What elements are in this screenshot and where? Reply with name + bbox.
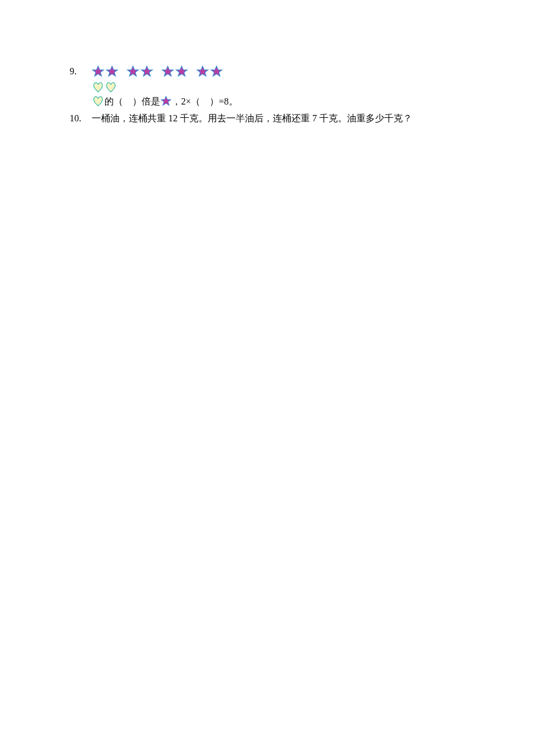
- star-icon: [210, 65, 223, 78]
- star-icon: [160, 95, 172, 107]
- question-9-fill-line: 的（ ）倍是 ，2×（ ）=8。: [92, 94, 476, 109]
- svg-marker-1: [106, 66, 117, 76]
- question-9-row: 9.: [70, 64, 476, 79]
- star-icon: [127, 65, 139, 78]
- svg-marker-4: [162, 66, 173, 76]
- heart-icon: [92, 81, 104, 93]
- star-group: [92, 65, 118, 78]
- fill-text-4: ）=8。: [210, 94, 238, 109]
- star-icon: [106, 65, 118, 78]
- star-icon: [175, 65, 188, 78]
- svg-marker-8: [161, 96, 171, 106]
- svg-marker-2: [127, 66, 138, 76]
- star-group: [161, 65, 188, 78]
- heart-icon: [104, 81, 117, 93]
- fill-text-3: ，2×（: [172, 94, 200, 109]
- star-icon: [196, 65, 209, 78]
- fill-text-1: 的（: [104, 94, 123, 109]
- star-icon: [140, 65, 153, 78]
- question-9-number: 9.: [70, 64, 92, 79]
- star-group: [127, 65, 153, 78]
- star-icon: [92, 65, 104, 78]
- fill-blank-1[interactable]: [123, 94, 132, 109]
- svg-marker-7: [211, 66, 222, 76]
- heart-icon: [92, 95, 104, 107]
- svg-marker-6: [197, 66, 208, 76]
- svg-marker-3: [141, 66, 152, 76]
- fill-text-2: ）倍是: [132, 94, 160, 109]
- hearts-row: [92, 81, 476, 93]
- star-group: [196, 65, 223, 78]
- question-10-number: 10.: [70, 111, 92, 126]
- star-icon: [161, 65, 174, 78]
- svg-marker-5: [176, 66, 187, 76]
- svg-marker-0: [92, 66, 103, 76]
- question-10-text: 一桶油，连桶共重 12 千克。用去一半油后，连桶还重 7 千克。油重多少千克？: [92, 111, 476, 126]
- question-10-row: 10. 一桶油，连桶共重 12 千克。用去一半油后，连桶还重 7 千克。油重多少…: [70, 111, 476, 126]
- star-groups-container: [92, 65, 223, 78]
- fill-blank-2[interactable]: [200, 94, 210, 109]
